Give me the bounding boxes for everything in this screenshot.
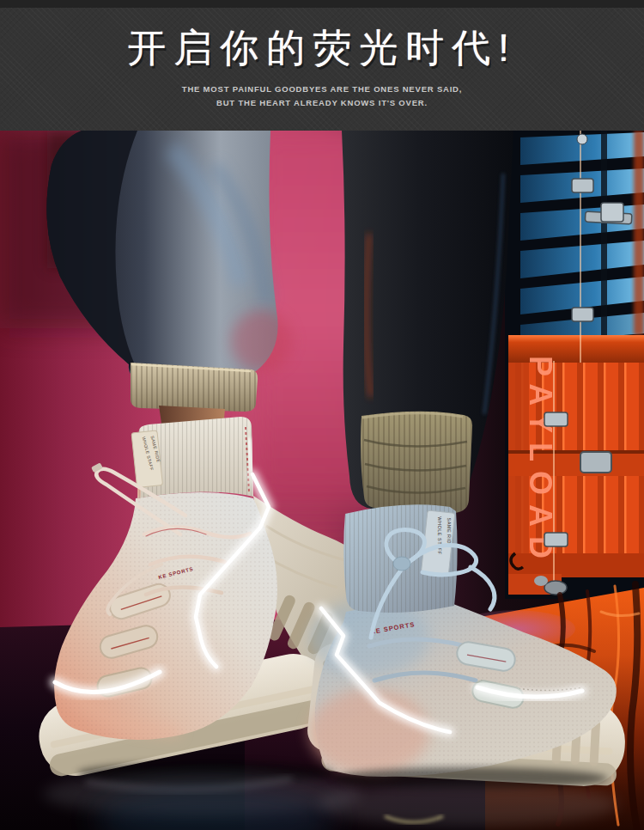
right-pant-cuff [361,412,472,513]
sneaker-photo-svg: PAYLOAD [0,131,644,830]
lace-knot [393,557,410,571]
product-detail-page: 开启你的荧光时代! THE MOST PAINFUL GOODBYES ARE … [0,0,644,830]
subtitle-line-2: BUT THE HEART ALREADY KNOWS IT'S OVER. [0,96,644,110]
right-shoe-reflection [318,782,618,827]
floor-reflections [43,762,618,830]
banner-top-strip [0,0,644,8]
right-tag-line1: WHOLE STAFF [437,516,442,554]
page-title: 开启你的荧光时代! [0,22,644,74]
left-pant-cuff [131,363,258,412]
product-photo: PAYLOAD [0,131,644,830]
left-sock-collar: WHOLE STAFF SAME RIDE [131,417,253,498]
cargo-container: PAYLOAD [505,131,644,599]
header-banner: 开启你的荧光时代! THE MOST PAINFUL GOODBYES ARE … [0,0,644,131]
subtitle-line-1: THE MOST PAINFUL GOODBYES ARE THE ONES N… [0,82,644,96]
subtitle-block: THE MOST PAINFUL GOODBYES ARE THE ONES N… [0,82,644,110]
